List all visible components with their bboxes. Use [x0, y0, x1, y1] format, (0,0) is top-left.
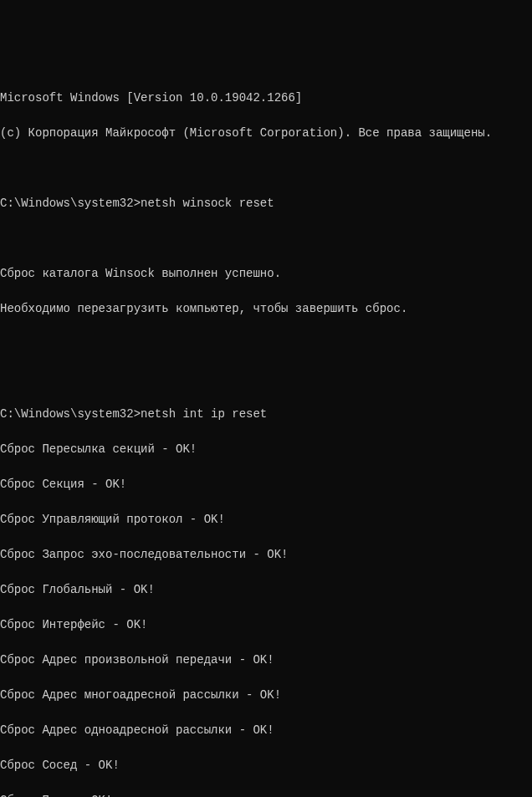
blank-line — [0, 160, 532, 177]
output-line: Сброс Адрес одноадресной рассылки - OK! — [0, 722, 532, 739]
output-line: Сброс Глобальный - OK! — [0, 581, 532, 599]
output-line: Сброс Адрес произвольной передачи - OK! — [0, 651, 532, 669]
command-text: netsh winsock reset — [141, 197, 274, 210]
output-line: Сброс Управляющий протокол - OK! — [0, 511, 532, 529]
header-line: Microsoft Windows [Version 10.0.19042.12… — [0, 89, 532, 107]
output-line: Сброс каталога Winsock выполнен успешно. — [0, 265, 532, 283]
prompt-text: C:\Windows\system32> — [0, 197, 141, 210]
output-line: Сброс Секция - OK! — [0, 476, 532, 493]
command-line: C:\Windows\system32>netsh winsock reset — [0, 195, 532, 212]
output-line: Сброс Сосед - OK! — [0, 757, 532, 774]
command-text: netsh int ip reset — [141, 407, 267, 421]
copyright-line: (c) Корпорация Майкрософт (Microsoft Cor… — [0, 125, 532, 142]
output-line: Сброс Путь - OK! — [0, 792, 532, 797]
output-line: Сброс Запрос эхо-последовательности - OK… — [0, 546, 532, 564]
output-line: Сброс Пересылка секций - OK! — [0, 441, 532, 458]
terminal-window[interactable]: Microsoft Windows [Version 10.0.19042.12… — [0, 72, 532, 797]
output-line: Необходимо перезагрузить компьютер, чтоб… — [0, 300, 532, 318]
blank-line — [0, 335, 532, 353]
output-line: Сброс Адрес многоадресной рассылки - OK! — [0, 687, 532, 704]
blank-line — [0, 230, 532, 248]
blank-line — [0, 370, 532, 388]
output-line: Сброс Интерфейс - OK! — [0, 616, 532, 634]
prompt-text: C:\Windows\system32> — [0, 407, 141, 421]
command-line: C:\Windows\system32>netsh int ip reset — [0, 406, 532, 423]
